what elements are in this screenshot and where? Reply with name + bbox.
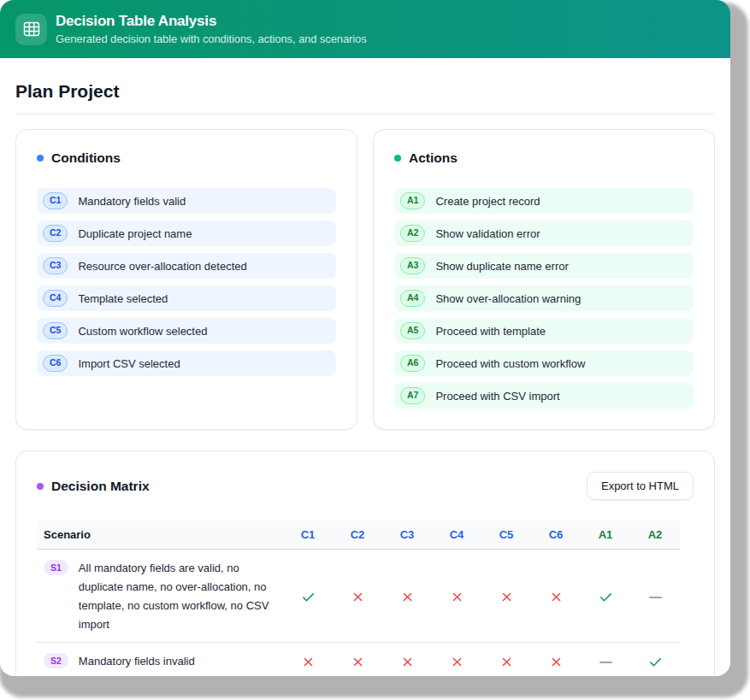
check-icon (301, 590, 316, 604)
page-title: Plan Project (15, 81, 715, 102)
matrix-column-C3: C3 (382, 521, 432, 550)
matrix-cell-cross (432, 550, 481, 643)
conditions-dot-icon (37, 155, 44, 162)
action-row-A3: A3Show duplicate name error (394, 253, 694, 279)
action-label: Show validation error (435, 227, 540, 240)
decision-matrix-table: ScenarioC1C2C3C4C5C6A1A2 S1All mandatory… (37, 521, 680, 676)
action-label: Show over-allocation warning (435, 292, 581, 305)
matrix-cell-cross (283, 643, 333, 677)
matrix-column-A1: A1 (581, 521, 630, 550)
action-row-A5: A5Proceed with template (394, 318, 694, 344)
condition-row-C2: C2Duplicate project name (37, 221, 336, 246)
action-row-A6: A6Proceed with custom workflow (394, 350, 694, 376)
app-window: Decision Table Analysis Generated decisi… (0, 0, 730, 676)
matrix-cell-check (283, 550, 333, 643)
app-subtitle: Generated decision table with conditions… (56, 32, 367, 45)
action-badge: A6 (400, 355, 425, 373)
matrix-dot-icon (37, 483, 44, 490)
matrix-column-scenario: Scenario (37, 521, 283, 550)
action-badge: A4 (400, 290, 425, 308)
matrix-column-A2: A2 (630, 521, 680, 550)
cross-icon (351, 591, 364, 603)
matrix-cell-cross (481, 643, 531, 677)
cross-icon (351, 656, 364, 668)
export-html-button[interactable]: Export to HTML (587, 472, 694, 500)
matrix-column-C6: C6 (531, 521, 581, 550)
matrix-cell-cross (531, 643, 581, 677)
matrix-cell-cross (382, 550, 432, 643)
action-row-A4: A4Show over-allocation warning (394, 285, 694, 311)
condition-badge: C1 (43, 192, 68, 210)
condition-badge: C5 (43, 322, 68, 340)
matrix-cell-cross (333, 550, 382, 643)
condition-label: Mandatory fields valid (78, 195, 186, 208)
actions-title: Actions (409, 150, 458, 166)
decision-matrix-card: Decision Matrix Export to HTML ScenarioC… (15, 450, 715, 676)
condition-label: Resource over-allocation detected (78, 260, 246, 273)
matrix-cell-dash (581, 643, 630, 677)
header-banner: Decision Table Analysis Generated decisi… (0, 0, 730, 58)
condition-row-C3: C3Resource over-allocation detected (37, 253, 336, 279)
cross-icon (451, 656, 464, 668)
scenario-description: All mandatory fields are valid, no dupli… (79, 559, 281, 634)
cross-icon (550, 591, 563, 603)
matrix-cell-dash (630, 550, 680, 643)
check-icon (648, 655, 663, 669)
condition-row-C6: C6Import CSV selected (37, 350, 336, 376)
actions-title-row: Actions (394, 150, 694, 166)
matrix-header-row: ScenarioC1C2C3C4C5C6A1A2 (37, 521, 680, 550)
condition-badge: C6 (43, 355, 68, 373)
app-title: Decision Table Analysis (56, 13, 367, 30)
actions-dot-icon (394, 155, 401, 162)
matrix-cell-check (630, 643, 680, 677)
action-label: Proceed with template (435, 325, 546, 338)
condition-row-C4: C4Template selected (37, 285, 336, 311)
action-row-A2: A2Show validation error (394, 221, 694, 246)
matrix-column-C5: C5 (481, 521, 531, 550)
matrix-cell-cross (333, 643, 382, 677)
cross-icon (401, 656, 414, 668)
matrix-row-S1: S1All mandatory fields are valid, no dup… (37, 550, 680, 643)
matrix-column-C1: C1 (283, 521, 333, 550)
action-badge: A1 (400, 192, 425, 210)
matrix-title: Decision Matrix (51, 479, 150, 494)
cross-icon (500, 591, 513, 603)
conditions-card: Conditions C1Mandatory fields validC2Dup… (15, 129, 357, 430)
condition-label: Import CSV selected (78, 357, 180, 370)
divider (15, 114, 715, 115)
table-icon (15, 14, 47, 45)
action-label: Proceed with custom workflow (435, 357, 585, 370)
cross-icon (302, 656, 315, 668)
matrix-cell-cross (481, 550, 531, 643)
cross-icon (550, 656, 563, 668)
condition-row-C5: C5Custom workflow selected (37, 318, 336, 344)
action-label: Create project record (435, 195, 540, 208)
condition-badge: C3 (43, 257, 68, 275)
conditions-title-row: Conditions (37, 150, 336, 166)
condition-badge: C2 (43, 225, 68, 243)
condition-label: Duplicate project name (78, 227, 192, 240)
action-badge: A2 (400, 225, 425, 243)
scenario-description: Mandatory fields invalid (79, 652, 195, 671)
dash-icon (599, 662, 612, 663)
matrix-cell-check (581, 550, 630, 643)
scenario-badge: S2 (44, 653, 68, 668)
matrix-title-row: Decision Matrix (37, 479, 150, 494)
condition-row-C1: C1Mandatory fields valid (37, 188, 336, 214)
action-label: Show duplicate name error (435, 260, 568, 273)
action-row-A1: A1Create project record (394, 188, 694, 214)
matrix-cell-cross (432, 643, 481, 677)
condition-label: Custom workflow selected (78, 325, 207, 338)
matrix-cell-cross (382, 643, 432, 677)
scenario-badge: S1 (44, 560, 68, 575)
check-icon (599, 590, 613, 604)
cross-icon (401, 591, 414, 603)
actions-card: Actions A1Create project recordA2Show va… (373, 129, 715, 430)
matrix-cell-cross (531, 550, 581, 643)
dash-icon (649, 597, 662, 598)
matrix-row-S2: S2Mandatory fields invalid (37, 643, 680, 677)
cross-icon (500, 656, 513, 668)
matrix-column-C4: C4 (432, 521, 481, 550)
conditions-title: Conditions (51, 150, 121, 166)
action-badge: A7 (400, 387, 425, 405)
